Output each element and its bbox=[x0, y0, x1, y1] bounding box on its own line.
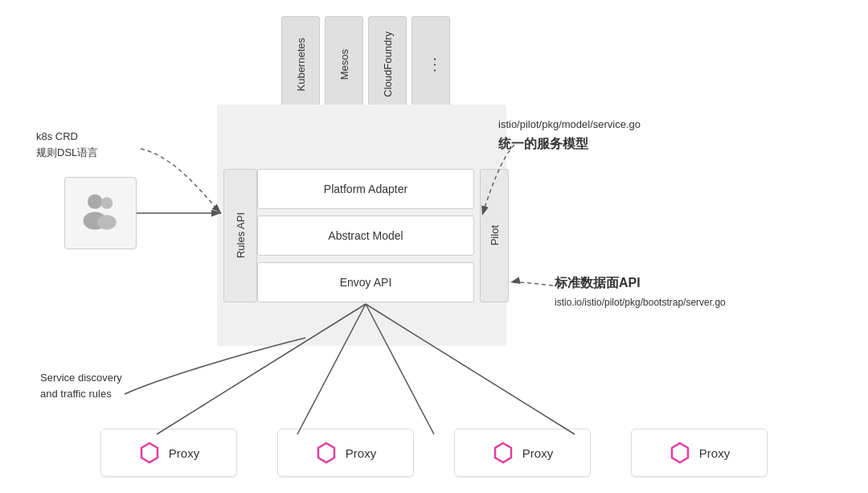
proxy-box-3: Proxy bbox=[454, 429, 591, 477]
k8s-crd-annotation: k8s CRD 规则DSL语言 bbox=[36, 129, 98, 160]
service-discovery-line2: and traffic rules bbox=[40, 386, 122, 402]
proxy-hex-icon-1 bbox=[138, 442, 161, 464]
diagram-container: Kubernetes Mesos CloudFoundry ... Rules … bbox=[0, 0, 868, 493]
rules-api-box: Rules API bbox=[223, 169, 257, 302]
mesos-label: Mesos bbox=[338, 49, 350, 80]
service-discovery-annotation: Service discovery and traffic rules bbox=[40, 370, 122, 401]
svg-point-2 bbox=[100, 197, 113, 209]
abstract-model-box: Abstract Model bbox=[257, 216, 474, 256]
ellipsis-label: ... bbox=[423, 55, 440, 72]
proxy-label-1: Proxy bbox=[169, 446, 199, 460]
platform-adapter-label: Platform Adapter bbox=[324, 183, 407, 195]
proxy-hex-icon-2 bbox=[315, 442, 338, 464]
abstract-model-label: Abstract Model bbox=[328, 229, 403, 242]
ellipsis-stack: ... bbox=[411, 16, 450, 113]
platform-adapter-box: Platform Adapter bbox=[257, 169, 474, 209]
data-plane-annotation: 标准数据面API istio.io/istio/pilot/pkg/bootst… bbox=[555, 273, 726, 310]
svg-marker-4 bbox=[141, 443, 158, 462]
bootstrap-server-label: istio.io/istio/pilot/pkg/bootstrap/serve… bbox=[555, 295, 726, 310]
envoy-api-box: Envoy API bbox=[257, 262, 474, 302]
service-disc-line bbox=[125, 338, 305, 394]
platform-stacks: Kubernetes Mesos CloudFoundry ... bbox=[281, 16, 450, 113]
proxy-box-2: Proxy bbox=[277, 429, 414, 477]
proxy-box-4: Proxy bbox=[631, 429, 768, 477]
svg-point-3 bbox=[96, 215, 116, 229]
kubernetes-stack: Kubernetes bbox=[281, 16, 320, 113]
svg-marker-7 bbox=[672, 443, 688, 462]
cloudfoundry-stack: CloudFoundry bbox=[368, 16, 407, 113]
proxy-label-4: Proxy bbox=[699, 446, 730, 460]
rules-api-label: Rules API bbox=[235, 212, 247, 258]
proxy-hex-icon-4 bbox=[669, 442, 691, 464]
kubernetes-label: Kubernetes bbox=[295, 38, 307, 92]
pilot-label: Pilot bbox=[489, 225, 501, 245]
service-model-line1: istio/pilot/pkg/model/service.go bbox=[498, 117, 641, 133]
k8s-crd-arrow bbox=[141, 149, 221, 213]
proxy-hex-icon-3 bbox=[492, 442, 514, 464]
cloudfoundry-label: CloudFoundry bbox=[382, 31, 394, 97]
service-discovery-line1: Service discovery bbox=[40, 370, 122, 386]
proxy-label-3: Proxy bbox=[522, 446, 553, 460]
pilot-label-box: Pilot bbox=[480, 169, 509, 302]
proxy-box-1: Proxy bbox=[100, 429, 237, 477]
service-model-annotation: istio/pilot/pkg/model/service.go 统一的服务模型 bbox=[498, 117, 641, 154]
svg-marker-5 bbox=[318, 443, 334, 462]
k8s-crd-line2: 规则DSL语言 bbox=[36, 145, 98, 161]
proxy-label-2: Proxy bbox=[346, 446, 376, 460]
mesos-stack: Mesos bbox=[325, 16, 363, 113]
envoy-api-label: Envoy API bbox=[340, 276, 392, 289]
data-plane-label: 标准数据面API bbox=[555, 273, 726, 293]
service-model-line2: 统一的服务模型 bbox=[498, 134, 641, 154]
user-box bbox=[64, 177, 137, 249]
svg-marker-6 bbox=[495, 443, 511, 462]
proxy-row: Proxy Proxy Proxy Proxy bbox=[80, 429, 788, 477]
svg-point-0 bbox=[88, 194, 102, 208]
k8s-crd-line1: k8s CRD bbox=[36, 129, 98, 145]
data-plane-arrow bbox=[510, 282, 553, 286]
user-icon bbox=[79, 190, 123, 237]
